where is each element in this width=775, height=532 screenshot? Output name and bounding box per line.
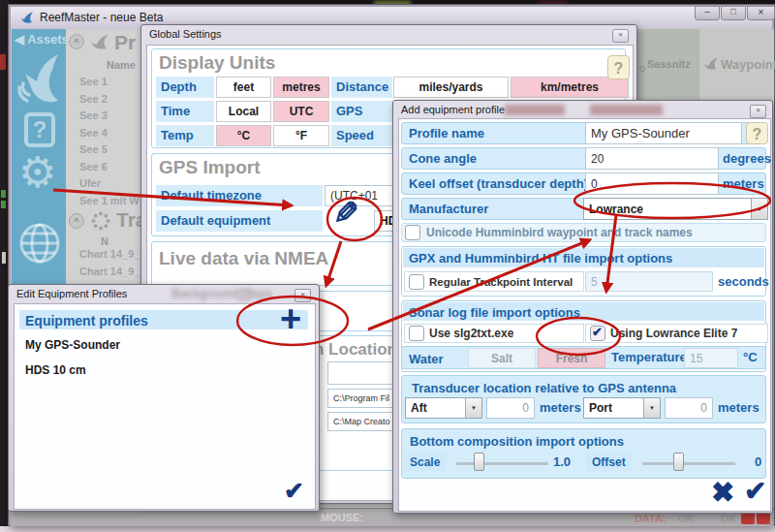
maximize-button[interactable]: □ xyxy=(721,6,746,20)
help-nav-icon[interactable]: ? xyxy=(24,112,55,147)
window-title: ReefMaster - neue Beta xyxy=(40,11,163,24)
cancel-button[interactable]: ✖ xyxy=(711,479,734,507)
blurred-text-patch: Background Maps xyxy=(171,287,272,300)
map-marker xyxy=(639,66,645,72)
resize-grip[interactable] xyxy=(765,516,775,526)
port-stbd-offset-input[interactable]: 0 xyxy=(665,397,713,419)
dialog-title: Global Settings xyxy=(149,28,222,40)
list-item[interactable]: Chart 14_9_1 xyxy=(79,266,146,277)
status-mouse-label: MOUSE: xyxy=(321,512,363,523)
profile-name-input[interactable]: My GPS-Sounder xyxy=(585,122,742,144)
profile-list-item[interactable]: My GPS-Sounder xyxy=(25,338,120,352)
time-utc-option[interactable]: UTC xyxy=(273,101,329,122)
list-item[interactable]: See 1 mit W xyxy=(79,195,140,206)
map-place-label: Sassnitz xyxy=(647,58,691,70)
trackpoint-checkbox-cell[interactable]: Regular Trackpoint Interval xyxy=(404,271,584,292)
list-item[interactable]: See 1 xyxy=(79,76,140,87)
tracks-collapse-button[interactable]: ^ xyxy=(69,213,84,229)
settings-gear-icon[interactable]: ⚙ xyxy=(18,151,56,194)
temp-celsius-option[interactable]: °C xyxy=(216,125,271,146)
manufacturer-label: Manufacturer xyxy=(404,199,493,219)
collapse-glyph: ^ xyxy=(74,216,78,226)
depth-feet-option[interactable]: feet xyxy=(216,77,271,98)
list-item[interactable]: See 2 xyxy=(79,93,140,105)
help-button[interactable]: ? xyxy=(607,55,630,79)
elite7-checkbox-cell[interactable]: ✔ Using Lowrance Elite 7 xyxy=(585,324,768,343)
confirm-button[interactable]: ✔ xyxy=(744,478,766,505)
edit-profiles-body xyxy=(14,303,316,510)
manufacturer-dropdown[interactable]: Lowrance ▼ xyxy=(583,198,768,220)
trackpoint-checkbox[interactable] xyxy=(409,274,424,290)
back-icon: ◀ xyxy=(15,32,24,47)
offset-slider-handle[interactable] xyxy=(673,453,684,471)
add-profile-button[interactable]: + xyxy=(280,300,301,337)
fore-aft-dropdown[interactable]: Aft ▼ xyxy=(405,397,482,419)
status-data-label: DATA: xyxy=(635,513,666,524)
slg2txt-checkbox[interactable] xyxy=(409,326,424,341)
offset-label: Offset xyxy=(586,454,632,471)
dropdown-arrow-icon[interactable]: ▼ xyxy=(751,199,767,219)
fore-aft-offset-input[interactable]: 0 xyxy=(486,397,535,419)
keel-offset-input[interactable]: 0 xyxy=(585,172,719,195)
keel-offset-unit: meters xyxy=(723,176,764,191)
app-icon xyxy=(20,11,35,24)
cone-angle-label: Cone angle xyxy=(404,148,481,169)
list-item[interactable]: See 6 xyxy=(79,161,140,172)
profile-name-label: Profile name xyxy=(404,123,489,143)
profile-list-item[interactable]: HDS 10 cm xyxy=(25,363,86,377)
equipment-profiles-header-text: Equipment profiles xyxy=(25,313,148,329)
depth-metres-option[interactable]: metres xyxy=(273,77,329,98)
slg2txt-checkbox-cell[interactable]: Use slg2txt.exe xyxy=(404,324,584,343)
list-item[interactable]: Ufer xyxy=(79,177,140,189)
list-item[interactable]: Chart 14_9_1 xyxy=(79,248,146,260)
dropdown-arrow-icon[interactable]: ▼ xyxy=(643,398,660,418)
slg2txt-label: Use slg2txt.exe xyxy=(429,327,513,340)
cone-angle-input[interactable]: 20 xyxy=(585,147,719,170)
help-button[interactable]: ? xyxy=(746,122,768,144)
time-local-option[interactable]: Local xyxy=(216,101,271,122)
water-fresh-option[interactable]: Fresh xyxy=(538,348,605,368)
waypoints-label[interactable]: Waypoints xyxy=(721,57,775,72)
elite7-checkbox-checked[interactable]: ✔ xyxy=(590,326,605,341)
edit-equipment-pencil-icon[interactable]: ✎ xyxy=(333,198,359,229)
waypoints-shark-icon xyxy=(702,56,720,71)
confirm-button[interactable]: ✔ xyxy=(284,479,304,503)
dialog-title: Add equipment profile xyxy=(401,104,505,115)
scale-slider-handle[interactable] xyxy=(474,453,484,471)
assets-label: Assets xyxy=(27,32,69,47)
fore-aft-value: Aft xyxy=(406,401,465,415)
water-salt-option[interactable]: Salt xyxy=(468,348,536,368)
depth-label: Depth xyxy=(156,77,214,98)
distance-km-option[interactable]: km/metres xyxy=(511,77,629,98)
dropdown-arrow-icon[interactable]: ▼ xyxy=(465,398,481,418)
scale-value: 1.0 xyxy=(553,454,571,469)
add-profile-dialog: Add equipment profile × Profile name My … xyxy=(392,100,773,514)
desktop-left-mark xyxy=(2,252,6,264)
list-item[interactable]: See 3 xyxy=(79,110,140,121)
default-timezone-label: Default timezone xyxy=(156,185,323,206)
temperature-input[interactable]: 15 xyxy=(684,348,738,368)
list-item[interactable]: See 5 xyxy=(79,143,140,155)
minimize-button[interactable]: – xyxy=(695,6,720,20)
screen: ReefMaster - neue Beta – □ × ◀ Assets ? … xyxy=(0,0,775,532)
offset-slider-track[interactable] xyxy=(642,462,735,465)
close-icon[interactable]: × xyxy=(612,29,629,43)
list-item[interactable]: See 4 xyxy=(79,127,140,139)
temp-fahrenheit-option[interactable]: °F xyxy=(273,125,329,146)
globe-icon[interactable] xyxy=(17,221,62,266)
desktop-bottom-strip xyxy=(0,526,775,532)
bottom-composition-header: Bottom composition import options xyxy=(405,431,629,452)
close-icon[interactable]: × xyxy=(750,105,766,118)
trackpoint-interval-input[interactable]: 5 xyxy=(585,271,713,292)
port-stbd-dropdown[interactable]: Port ▼ xyxy=(583,397,661,419)
distance-miles-option[interactable]: miles/yards xyxy=(393,77,509,98)
elite7-label: Using Lowrance Elite 7 xyxy=(610,327,737,340)
unicode-checkbox[interactable] xyxy=(405,225,420,240)
sidebar-assets-header[interactable]: ◀ Assets xyxy=(15,32,69,47)
projects-collapse-button[interactable]: ^ xyxy=(69,34,84,49)
shark-logo-icon[interactable] xyxy=(16,50,64,107)
close-button[interactable]: × xyxy=(747,6,775,20)
status-ok-badge: OK xyxy=(678,513,695,524)
scale-slider-track[interactable] xyxy=(456,462,548,465)
unicode-checkbox-row[interactable]: Unicode Humminbird waypoint and track na… xyxy=(401,223,766,242)
